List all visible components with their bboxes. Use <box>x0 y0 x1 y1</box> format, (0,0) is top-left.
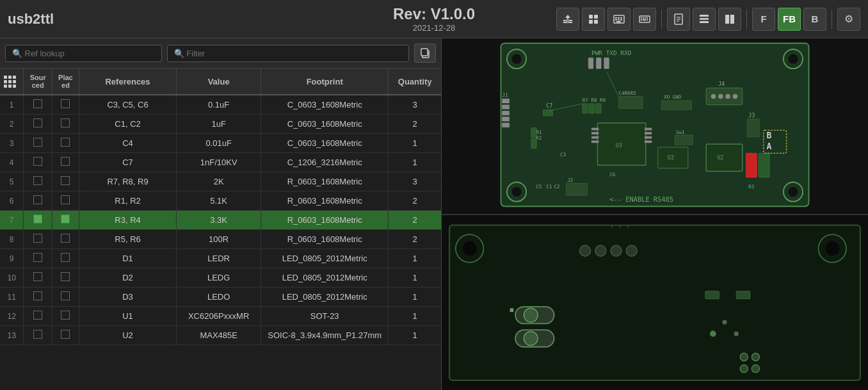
svg-point-130 <box>751 353 759 361</box>
placed-checkbox[interactable] <box>61 234 70 243</box>
sourced-cell[interactable] <box>24 268 52 288</box>
placed-cell[interactable] <box>52 191 79 211</box>
sourced-cell[interactable] <box>24 172 52 191</box>
sourced-checkbox[interactable] <box>33 118 42 127</box>
placed-checkbox[interactable] <box>61 291 70 300</box>
value-cell: LEDG <box>177 268 261 288</box>
placed-cell[interactable] <box>52 249 79 268</box>
sourced-cell[interactable] <box>24 191 52 211</box>
sourced-checkbox[interactable] <box>33 311 42 320</box>
sourced-cell[interactable] <box>24 249 52 268</box>
placed-cell[interactable] <box>52 307 79 326</box>
placed-checkbox[interactable] <box>61 176 70 185</box>
placed-checkbox[interactable] <box>61 195 70 204</box>
copy-button[interactable] <box>414 44 436 63</box>
sourced-checkbox[interactable] <box>33 215 42 223</box>
svg-text:J3: J3 <box>748 112 755 118</box>
sourced-cell[interactable] <box>24 115 52 134</box>
ref-lookup-input[interactable] <box>5 45 162 62</box>
placed-checkbox[interactable] <box>61 157 70 166</box>
table-row[interactable]: 7 R3, R4 3.3K R_0603_1608Metric 2 <box>0 211 441 230</box>
sourced-cell[interactable] <box>24 211 52 230</box>
filter-input[interactable] <box>167 45 409 62</box>
table-row[interactable]: 9 D1 LEDR LED_0805_2012Metric 1 <box>0 249 441 268</box>
back-layer-button[interactable]: B <box>803 8 826 31</box>
placed-checkbox[interactable] <box>61 330 70 339</box>
table-row[interactable]: 3 C4 0.01uF C_0603_1608Metric 1 <box>0 134 441 153</box>
placed-cell[interactable] <box>52 115 79 134</box>
sourced-checkbox[interactable] <box>33 272 42 281</box>
placed-cell[interactable] <box>52 172 79 191</box>
front-layer-button[interactable]: F <box>752 8 775 31</box>
row-number: 7 <box>0 211 24 230</box>
svg-point-63 <box>733 94 738 99</box>
sourced-checkbox[interactable] <box>33 99 42 108</box>
placed-cell[interactable] <box>52 268 79 288</box>
sourced-checkbox[interactable] <box>33 253 42 262</box>
keyboard-button[interactable] <box>633 8 656 31</box>
table-row[interactable]: 10 D2 LEDG LED_0805_2012Metric 1 <box>0 268 441 288</box>
sourced-cell[interactable] <box>24 230 52 249</box>
front-back-layer-button[interactable]: FB <box>778 8 801 31</box>
sourced-cell[interactable] <box>24 134 52 153</box>
sourced-checkbox[interactable] <box>33 330 42 339</box>
svg-rect-30 <box>725 15 729 24</box>
table-row[interactable]: 5 R7, R8, R9 2K R_0603_1608Metric 3 <box>0 172 441 191</box>
placed-cell[interactable] <box>52 153 79 172</box>
placed-checkbox[interactable] <box>61 311 70 320</box>
topbar: usb2ttl Rev: V1.0.0 2021-12-28 <box>0 0 868 38</box>
svg-rect-3 <box>594 15 598 19</box>
list2-button[interactable] <box>718 8 741 31</box>
sourced-checkbox[interactable] <box>33 176 42 185</box>
bom-table-container[interactable]: Sourced Placed References Value Footprin… <box>0 69 441 390</box>
placed-checkbox[interactable] <box>61 272 70 281</box>
svg-rect-13 <box>616 21 621 22</box>
sourced-checkbox[interactable] <box>33 291 42 300</box>
table-row[interactable]: 12 U1 XC6206PxxxMR SOT-23 1 <box>0 307 441 326</box>
placed-cell[interactable] <box>52 134 79 153</box>
placed-checkbox[interactable] <box>61 138 70 147</box>
footprint-cell: R_0603_1608Metric <box>261 211 389 230</box>
row-number: 9 <box>0 249 24 268</box>
placed-checkbox[interactable] <box>61 215 70 223</box>
placed-cell[interactable] <box>52 326 79 345</box>
sourced-cell[interactable] <box>24 326 52 345</box>
svg-point-41 <box>511 187 521 197</box>
placed-cell[interactable] <box>52 211 79 230</box>
footprint-cell: LED_0805_2012Metric <box>261 268 389 288</box>
placed-checkbox[interactable] <box>61 253 70 262</box>
table-row[interactable]: 8 R5, R6 100R R_0603_1608Metric 2 <box>0 230 441 249</box>
placed-cell[interactable] <box>52 230 79 249</box>
sourced-cell[interactable] <box>24 95 52 115</box>
placed-cell[interactable] <box>52 288 79 307</box>
table-row[interactable]: 13 U2 MAX485E SOIC-8_3.9x4.9mm_P1.27mm 1 <box>0 326 441 345</box>
list1-button[interactable] <box>693 8 716 31</box>
table-row[interactable]: 2 C1, C2 1uF C_0603_1608Metric 2 <box>0 115 441 134</box>
row-number: 11 <box>0 288 24 307</box>
svg-rect-104 <box>502 123 509 127</box>
import-button[interactable] <box>556 8 579 31</box>
settings-button[interactable]: ⚙ <box>837 8 860 31</box>
sourced-checkbox[interactable] <box>33 234 42 243</box>
placed-cell[interactable] <box>52 95 79 115</box>
bom-view-button[interactable] <box>607 8 631 31</box>
sourced-checkbox[interactable] <box>33 138 42 147</box>
table-row[interactable]: 6 R1, R2 5.1K R_0603_1608Metric 2 <box>0 191 441 211</box>
value-cell: LEDO <box>177 288 261 307</box>
placed-checkbox[interactable] <box>61 99 70 108</box>
sourced-checkbox[interactable] <box>33 157 42 166</box>
sourced-cell[interactable] <box>24 307 52 326</box>
sourced-checkbox[interactable] <box>33 195 42 204</box>
svg-text:R3: R3 <box>748 184 754 190</box>
table-row[interactable]: 4 C7 1nF/10KV C_1206_3216Metric 1 <box>0 153 441 172</box>
doc-button[interactable] <box>667 8 690 31</box>
sourced-cell[interactable] <box>24 153 52 172</box>
svg-rect-96 <box>747 118 759 136</box>
quantity-cell: 1 <box>389 288 441 307</box>
placed-checkbox[interactable] <box>61 118 70 127</box>
sourced-cell[interactable] <box>24 288 52 307</box>
table-row[interactable]: 1 C3, C5, C6 0.1uF C_0603_1608Metric 3 <box>0 95 441 115</box>
grid-view-button[interactable] <box>582 8 605 31</box>
svg-rect-2 <box>589 15 593 19</box>
table-row[interactable]: 11 D3 LEDO LED_0805_2012Metric 1 <box>0 288 441 307</box>
